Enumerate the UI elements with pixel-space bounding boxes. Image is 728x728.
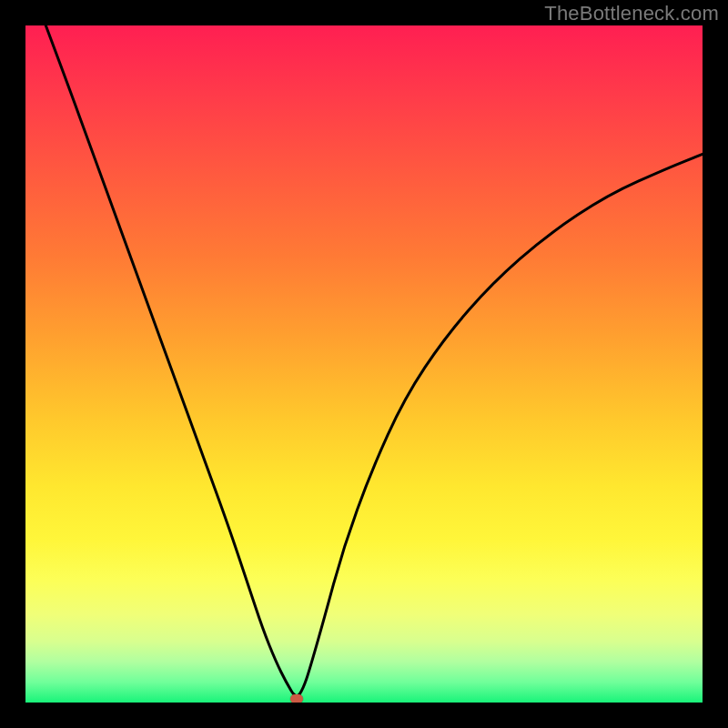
bottleneck-curve <box>46 25 703 696</box>
watermark-text: TheBottleneck.com <box>544 2 719 25</box>
chart-frame: TheBottleneck.com <box>0 0 728 728</box>
optimal-point-marker <box>290 694 303 703</box>
curve-layer <box>25 25 703 703</box>
plot-area <box>25 25 703 703</box>
